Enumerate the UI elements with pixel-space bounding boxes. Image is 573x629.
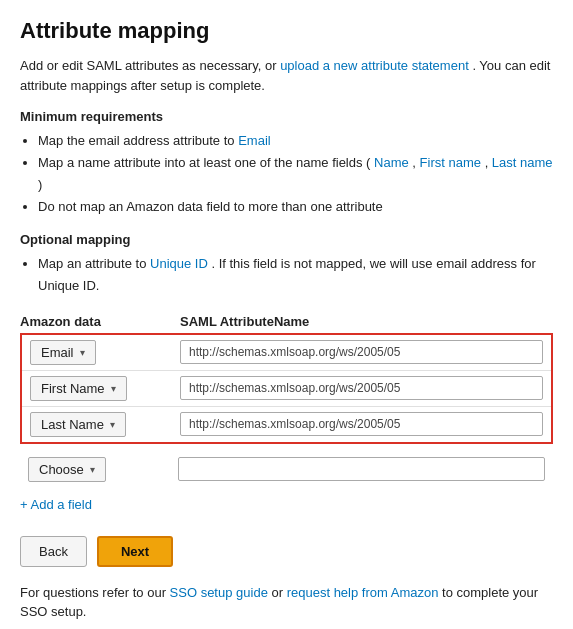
last-name-link[interactable]: Last name — [492, 155, 553, 170]
optional-item-1: Map an attribute to Unique ID . If this … — [38, 253, 553, 297]
amazon-field-lastname: Last Name ▾ — [30, 412, 180, 437]
intro-text: Add or edit SAML attributes as necessary… — [20, 56, 553, 95]
request-help-link[interactable]: request help from Amazon — [287, 585, 439, 600]
lastname-dropdown-button[interactable]: Last Name ▾ — [30, 412, 126, 437]
first-name-link[interactable]: First name — [420, 155, 481, 170]
button-row: Back Next — [20, 536, 553, 567]
col-header-amazon: Amazon data — [20, 314, 180, 329]
page-title: Attribute mapping — [20, 18, 553, 44]
col-header-saml: SAML AttributeName — [180, 314, 553, 329]
upload-attribute-link[interactable]: upload a new attribute statement — [280, 58, 469, 73]
highlighted-rows-container: Email ▾ First Name ▾ — [20, 333, 553, 444]
back-button[interactable]: Back — [20, 536, 87, 567]
optional-mapping-list: Map an attribute to Unique ID . If this … — [38, 253, 553, 297]
firstname-dropdown-button[interactable]: First Name ▾ — [30, 376, 127, 401]
amazon-field-choose: Choose ▾ — [28, 457, 178, 482]
minimum-requirements-title: Minimum requirements — [20, 109, 553, 124]
table-row: First Name ▾ — [22, 371, 551, 407]
email-dropdown-button[interactable]: Email ▾ — [30, 340, 96, 365]
next-button[interactable]: Next — [97, 536, 173, 567]
saml-input-firstname[interactable] — [180, 376, 543, 400]
saml-field-firstname — [180, 376, 543, 400]
saml-input-email[interactable] — [180, 340, 543, 364]
name-link[interactable]: Name — [374, 155, 409, 170]
requirement-item-1: Map the email address attribute to Email — [38, 130, 553, 152]
add-field-link[interactable]: + Add a field — [20, 497, 92, 512]
mapping-table: Amazon data SAML AttributeName Email ▾ F… — [20, 314, 553, 487]
saml-field-lastname — [180, 412, 543, 436]
table-row: Last Name ▾ — [22, 407, 551, 442]
requirement-item-2: Map a name attribute into at least one o… — [38, 152, 553, 196]
chevron-down-icon: ▾ — [111, 383, 116, 394]
email-link[interactable]: Email — [238, 133, 271, 148]
amazon-field-firstname: First Name ▾ — [30, 376, 180, 401]
unique-id-link[interactable]: Unique ID — [150, 256, 208, 271]
sso-setup-guide-link[interactable]: SSO setup guide — [170, 585, 268, 600]
choose-dropdown-button[interactable]: Choose ▾ — [28, 457, 106, 482]
optional-mapping-title: Optional mapping — [20, 232, 553, 247]
saml-input-choose[interactable] — [178, 457, 545, 481]
saml-field-choose — [178, 457, 545, 481]
minimum-requirements-list: Map the email address attribute to Email… — [38, 130, 553, 218]
choose-row: Choose ▾ — [20, 452, 553, 487]
table-row: Email ▾ — [22, 335, 551, 371]
saml-input-lastname[interactable] — [180, 412, 543, 436]
requirement-item-3: Do not map an Amazon data field to more … — [38, 196, 553, 218]
amazon-field-email: Email ▾ — [30, 340, 180, 365]
mapping-header: Amazon data SAML AttributeName — [20, 314, 553, 329]
optional-mapping-section: Optional mapping Map an attribute to Uni… — [20, 232, 553, 297]
chevron-down-icon: ▾ — [110, 419, 115, 430]
footer-text: For questions refer to our SSO setup gui… — [20, 583, 553, 622]
chevron-down-icon: ▾ — [80, 347, 85, 358]
chevron-down-icon: ▾ — [90, 464, 95, 475]
saml-field-email — [180, 340, 543, 364]
